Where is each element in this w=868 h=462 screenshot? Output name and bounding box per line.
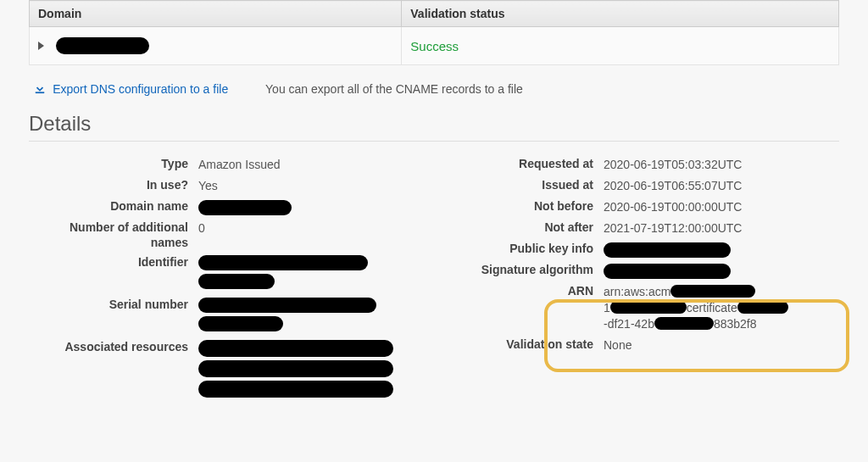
value-not-before: 2020-06-19T00:00:00UTC	[604, 199, 839, 215]
value-pubkey-redacted	[604, 242, 731, 258]
label-requested-at: Requested at	[434, 157, 604, 173]
label-type: Type	[29, 157, 198, 173]
details-right-column: Requested at 2020-06-19T05:03:32UTC Issu…	[434, 157, 839, 406]
col-header-status: Validation status	[402, 1, 839, 27]
label-identifier: Identifier	[29, 255, 198, 292]
arn-redacted-3	[737, 301, 788, 314]
label-not-after: Not after	[434, 220, 604, 237]
validation-status: Success	[410, 39, 459, 53]
label-in-use: In use?	[29, 178, 198, 194]
value-identifier-redacted	[198, 255, 368, 270]
label-not-before: Not before	[434, 199, 604, 215]
arn-redacted-4	[654, 317, 714, 330]
value-requested-at: 2020-06-19T05:03:32UTC	[604, 157, 839, 173]
value-arn: arn:aws:acm 1certificate -df21-42b883b2f…	[604, 284, 839, 332]
label-domain-name: Domain name	[29, 199, 198, 215]
value-domain-redacted	[198, 200, 292, 215]
label-associated-resources: Associated resources	[29, 340, 198, 401]
value-additional-names: 0	[198, 220, 434, 250]
label-arn: ARN	[434, 284, 604, 332]
label-issued-at: Issued at	[434, 178, 604, 194]
validation-table: Domain Validation status Success	[29, 0, 839, 65]
value-in-use: Yes	[198, 178, 434, 194]
value-serial-redacted-2	[198, 316, 283, 331]
value-issued-at: 2020-06-19T06:55:07UTC	[604, 178, 839, 194]
label-signature-algorithm: Signature algorithm	[434, 263, 604, 279]
download-icon	[34, 82, 49, 97]
value-not-after: 2021-07-19T12:00:00UTC	[604, 220, 839, 237]
value-assoc-redacted-2	[198, 360, 393, 377]
arn-redacted-1	[670, 285, 755, 298]
value-type: Amazon Issued	[198, 157, 434, 173]
details-heading: Details	[29, 112, 839, 142]
label-additional-names: Number of additional names	[29, 220, 198, 250]
value-assoc-redacted-1	[198, 340, 393, 357]
label-validation-state: Validation state	[434, 337, 604, 353]
col-header-domain: Domain	[30, 1, 402, 27]
export-row: Export DNS configuration to a file You c…	[34, 82, 839, 97]
validation-row[interactable]: Success	[30, 27, 839, 65]
export-dns-link[interactable]: Export DNS configuration to a file	[53, 82, 228, 96]
domain-redacted	[56, 37, 149, 54]
expand-icon[interactable]	[38, 42, 44, 50]
value-assoc-redacted-3	[198, 381, 393, 398]
value-validation-state: None	[604, 337, 839, 353]
value-identifier-redacted-2	[198, 274, 275, 289]
details-left-column: Type Amazon Issued In use? Yes Domain na…	[29, 157, 434, 406]
label-serial-number: Serial number	[29, 298, 198, 335]
value-sigalg-redacted	[604, 264, 731, 279]
label-public-key-info: Public key info	[434, 242, 604, 258]
arn-redacted-2	[610, 301, 687, 314]
export-note: You can export all of the CNAME records …	[265, 82, 523, 96]
value-serial-redacted	[198, 298, 376, 313]
